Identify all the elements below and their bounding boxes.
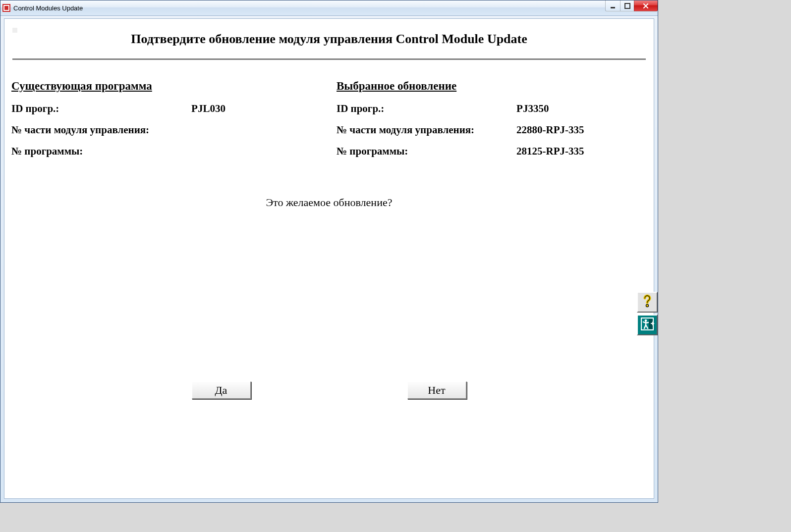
no-button[interactable]: Нет	[407, 381, 467, 399]
current-prog-id-label: ID прогр.:	[11, 103, 191, 115]
current-cm-part-label: № части модуля управления:	[11, 124, 191, 136]
exit-icon	[640, 317, 655, 333]
window-controls	[605, 0, 658, 11]
update-prog-no-row: № программы: 28125-RPJ-335	[337, 145, 647, 158]
button-row: Да Нет	[4, 381, 654, 399]
content: Подтвердите обновление модуля управления…	[4, 19, 654, 498]
current-cm-part-row: № части модуля управления:	[11, 124, 322, 136]
update-prog-id-row: ID прогр.: PJ3350	[337, 103, 647, 115]
yes-button[interactable]: Да	[192, 381, 251, 399]
current-prog-no-value	[191, 145, 322, 158]
current-cm-part-value	[191, 124, 322, 136]
update-cm-part-value: 22880-RPJ-335	[516, 124, 647, 136]
comparison-grid: Существующая программа ID прогр.: PJL030…	[10, 80, 648, 166]
maximize-button[interactable]	[620, 0, 634, 11]
divider	[12, 58, 646, 60]
corner-marker	[12, 28, 17, 33]
current-prog-no-label: № программы:	[11, 145, 191, 158]
current-program-heading: Существующая программа	[11, 80, 322, 93]
current-prog-no-row: № программы:	[11, 145, 322, 158]
page-title: Подтвердите обновление модуля управления…	[10, 32, 648, 47]
current-prog-id-row: ID прогр.: PJL030	[11, 103, 322, 115]
minimize-button[interactable]	[605, 0, 620, 11]
client-area: Подтвердите обновление модуля управления…	[4, 18, 654, 499]
titlebar[interactable]: Control Modules Update	[0, 0, 658, 16]
update-heading: Выбранное обновление	[337, 80, 647, 93]
update-cm-part-row: № части модуля управления: 22880-RPJ-335	[337, 124, 647, 136]
help-icon	[640, 294, 655, 311]
exit-button[interactable]	[637, 315, 658, 335]
close-button[interactable]	[634, 0, 658, 11]
update-prog-id-label: ID прогр.:	[337, 103, 516, 115]
window-title: Control Modules Update	[13, 4, 83, 12]
svg-point-5	[646, 304, 648, 307]
current-program-column: Существующая программа ID прогр.: PJL030…	[11, 80, 337, 166]
app-window: Control Modules Update Подтвердите обнов…	[0, 0, 658, 503]
confirm-prompt: Это желаемое обновление?	[10, 196, 648, 209]
update-column: Выбранное обновление ID прогр.: PJ3350 №…	[337, 80, 647, 166]
update-prog-no-value: 28125-RPJ-335	[516, 145, 647, 158]
update-cm-part-label: № части модуля управления:	[337, 124, 516, 136]
app-icon	[2, 4, 10, 12]
svg-rect-2	[4, 6, 8, 10]
current-prog-id-value: PJL030	[191, 103, 322, 115]
svg-rect-4	[625, 3, 630, 8]
update-prog-id-value: PJ3350	[516, 103, 647, 115]
update-prog-no-label: № программы:	[337, 145, 516, 158]
help-button[interactable]	[637, 292, 658, 313]
svg-rect-3	[611, 7, 615, 8]
